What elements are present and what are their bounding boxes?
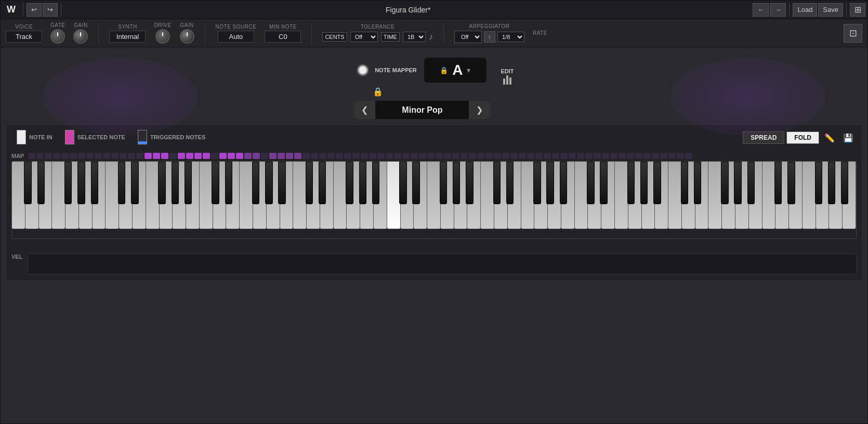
note-mapper-radio[interactable] — [358, 65, 367, 75]
white-key-7-3[interactable] — [708, 162, 722, 229]
gate-knob[interactable] — [50, 29, 65, 44]
black-key-3-1[interactable] — [306, 162, 313, 204]
white-key-3-0[interactable] — [293, 162, 307, 229]
load-button[interactable]: Load — [793, 3, 817, 17]
undo-button[interactable]: ↩ — [27, 3, 42, 17]
black-key-8-5[interactable] — [828, 162, 835, 204]
black-key-1-2[interactable] — [131, 162, 138, 204]
black-key-3-2[interactable] — [319, 162, 326, 204]
white-key-4-0[interactable] — [387, 162, 401, 229]
black-key-2-1[interactable] — [212, 162, 219, 204]
black-key-1-1[interactable] — [118, 162, 125, 204]
cents-btn[interactable]: CENTS — [322, 32, 347, 42]
piano-legend: NOTE IN SELECTED NOTE TRIGGERED NOTES — [11, 130, 205, 144]
black-key-8-1[interactable] — [774, 162, 782, 204]
redo-button[interactable]: ↪ — [43, 3, 58, 17]
black-key-1-6[interactable] — [185, 162, 192, 204]
extra-btn[interactable]: ⊞ — [850, 3, 865, 17]
back-button[interactable]: ← — [753, 3, 769, 17]
black-key-2-6[interactable] — [278, 162, 285, 204]
white-key-0-0[interactable] — [12, 162, 25, 229]
white-key-1-0[interactable] — [106, 162, 119, 229]
scale-prev-button[interactable]: ❮ — [354, 101, 375, 119]
black-key-4-5[interactable] — [453, 162, 460, 204]
black-key-3-6[interactable] — [372, 162, 379, 204]
window-control[interactable]: ⊡ — [844, 24, 862, 43]
white-key-0-3[interactable] — [52, 162, 65, 229]
black-key-6-4[interactable] — [627, 162, 635, 204]
synth-gain-knob[interactable] — [180, 29, 194, 44]
white-key-3-3[interactable] — [334, 162, 347, 229]
scale-next-button[interactable]: ❯ — [469, 101, 490, 119]
white-key-2-3[interactable] — [240, 162, 253, 229]
black-key-0-6[interactable] — [91, 162, 98, 204]
arp-value-select[interactable]: Off On — [454, 31, 482, 43]
black-key-2-4[interactable] — [252, 162, 259, 204]
white-key-1-3[interactable] — [146, 162, 160, 229]
edit-button[interactable]: EDIT — [501, 68, 514, 85]
black-key-8-2[interactable] — [787, 162, 795, 204]
map-dot-20 — [194, 153, 202, 159]
black-key-6-2[interactable] — [600, 162, 607, 204]
synth-value[interactable]: Internal — [109, 31, 146, 43]
note-in-label: NOTE IN — [29, 134, 52, 140]
white-key-8-0[interactable] — [762, 162, 776, 229]
spread-button[interactable]: SPREAD — [743, 131, 784, 144]
white-key-6-0[interactable] — [575, 162, 588, 229]
white-key-5-0[interactable] — [481, 162, 494, 229]
black-key-5-6[interactable] — [560, 162, 567, 204]
black-key-6-5[interactable] — [640, 162, 648, 204]
black-key-7-5[interactable] — [734, 162, 741, 204]
black-key-7-1[interactable] — [681, 162, 688, 204]
black-key-4-4[interactable] — [440, 162, 447, 204]
white-key-4-3[interactable] — [427, 162, 441, 229]
white-key-5-3[interactable] — [521, 162, 535, 229]
black-key-4-6[interactable] — [466, 162, 473, 204]
black-key-7-4[interactable] — [721, 162, 728, 204]
time-btn[interactable]: TIME — [381, 32, 400, 42]
pencil-icon-btn[interactable]: ✏️ — [821, 132, 838, 144]
black-key-6-1[interactable] — [587, 162, 594, 204]
black-key-5-1[interactable] — [493, 162, 501, 204]
black-key-4-1[interactable] — [399, 162, 406, 204]
black-key-2-2[interactable] — [225, 162, 232, 204]
fold-button[interactable]: FOLD — [786, 131, 819, 144]
black-key-5-5[interactable] — [546, 162, 554, 204]
black-key-7-2[interactable] — [694, 162, 701, 204]
black-key-0-4[interactable] — [64, 162, 72, 204]
save-icon-btn[interactable]: 💾 — [840, 132, 857, 144]
forward-button[interactable]: → — [770, 3, 786, 17]
note-display[interactable]: 🔒 A ▾ — [424, 58, 486, 83]
black-key-0-5[interactable] — [77, 162, 85, 204]
min-note-value[interactable]: C0 — [265, 31, 301, 43]
map-dot-49 — [436, 153, 443, 159]
rate-select[interactable]: 1/8 1/4 1/16 — [497, 32, 524, 42]
gain-knob[interactable] — [73, 29, 88, 44]
black-key-0-1[interactable] — [24, 162, 31, 204]
save-button[interactable]: Save — [818, 3, 843, 17]
tolerance-off-select[interactable]: Off Low High — [350, 32, 378, 42]
black-key-3-4[interactable] — [346, 162, 353, 204]
black-key-8-4[interactable] — [815, 162, 822, 204]
note-source-value[interactable]: Auto — [218, 31, 254, 43]
black-key-3-5[interactable] — [359, 162, 366, 204]
black-key-8-6[interactable] — [841, 162, 848, 204]
black-key-1-4[interactable] — [158, 162, 165, 204]
voice-value[interactable]: Track — [6, 31, 42, 43]
white-key-8-3[interactable] — [803, 162, 816, 229]
drive-knob[interactable] — [155, 29, 170, 44]
octave-3 — [293, 162, 387, 239]
black-key-6-6[interactable] — [653, 162, 661, 204]
white-key-6-3[interactable] — [615, 162, 628, 229]
black-key-5-2[interactable] — [506, 162, 514, 204]
white-key-7-0[interactable] — [668, 162, 682, 229]
black-key-0-2[interactable] — [37, 162, 45, 204]
white-key-2-0[interactable] — [200, 162, 213, 229]
black-key-7-6[interactable] — [747, 162, 755, 204]
black-key-5-4[interactable] — [533, 162, 541, 204]
black-key-1-5[interactable] — [172, 162, 179, 204]
black-key-4-2[interactable] — [412, 162, 419, 204]
black-key-2-5[interactable] — [265, 162, 272, 204]
arp-up-btn[interactable]: ↑ — [484, 31, 495, 43]
time-value-select[interactable]: 1B 2B 4B — [403, 32, 426, 42]
